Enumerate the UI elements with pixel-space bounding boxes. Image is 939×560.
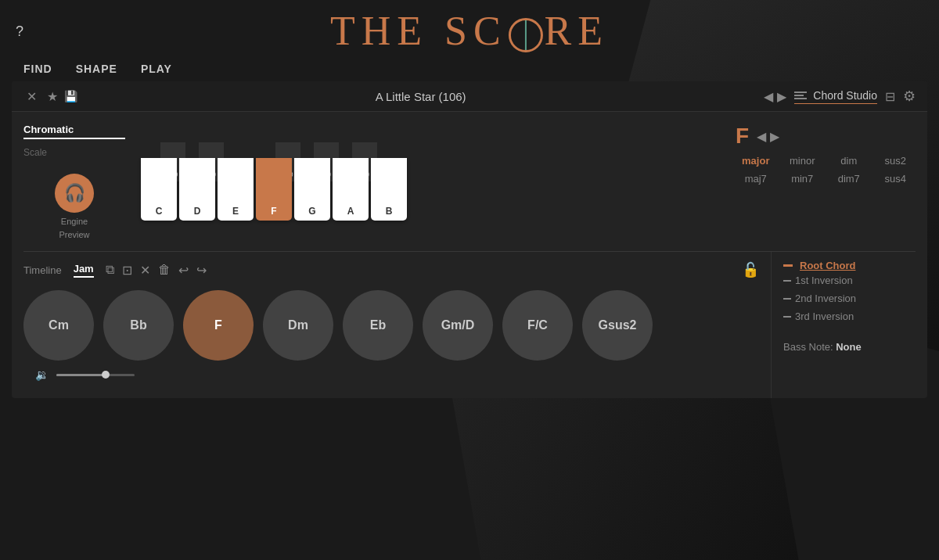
chord-ball-bb[interactable]: Bb [103, 290, 174, 361]
root-prev-button[interactable]: ◀ [757, 129, 766, 144]
timeline-header: Timeline Jam ⧉ ⊡ ✕ 🗑 ↩ ↪ 🔓 [23, 261, 759, 278]
key-d[interactable]: D [179, 158, 215, 221]
chord-type-dim[interactable]: dim [829, 155, 869, 167]
header-icons: ★ 💾 [47, 89, 77, 104]
white-keys: C D E F G A B [141, 158, 407, 221]
layers-button[interactable]: ⊟ [885, 89, 895, 104]
chord-type-major[interactable]: major [736, 155, 776, 167]
bass-note-section: Bass Note: None [783, 341, 916, 353]
inversion-indicator-root [783, 264, 793, 267]
volume-track[interactable] [56, 374, 135, 376]
engine-label: Engine [61, 217, 88, 226]
chord-ball-f-c[interactable]: F/C [502, 290, 573, 361]
chord-ball-gsus2[interactable]: Gsus2 [582, 290, 653, 361]
main-panel: ✕ ★ 💾 A Little Star (106) ◀ ▶ Chord Stud… [12, 81, 927, 398]
panel-body: Chromatic Scale 🎧 Engine Preview Db Eb G… [12, 112, 927, 251]
chromatic-label: Chromatic [23, 124, 125, 139]
chord-studio-icon [794, 92, 807, 99]
copy-button[interactable]: ⧉ [106, 263, 114, 277]
bass-note-label: Bass Note: [783, 341, 833, 353]
chord-types: major minor dim sus2 maj7 min7 dim7 sus4 [736, 155, 916, 185]
volume-icon: 🔉 [35, 368, 49, 381]
bass-note-value: None [836, 341, 862, 353]
third-inversion-button[interactable]: 3rd Inversion [783, 307, 916, 325]
bottom-left: Timeline Jam ⧉ ⊡ ✕ 🗑 ↩ ↪ 🔓 Cm Bb [12, 252, 771, 398]
volume-handle[interactable] [102, 371, 110, 379]
inversion-indicator-1 [783, 280, 791, 282]
chord-ball-f[interactable]: F [183, 290, 254, 361]
close-button[interactable]: ✕ [23, 88, 39, 104]
chord-type-min7[interactable]: min7 [782, 173, 823, 185]
next-song-button[interactable]: ▶ [777, 89, 786, 104]
nav-find[interactable]: FIND [23, 63, 52, 75]
nav-shape[interactable]: SHAPE [76, 63, 117, 75]
chord-type-minor[interactable]: minor [782, 155, 823, 167]
close-timeline-button[interactable]: ✕ [140, 263, 150, 278]
second-inversion-button[interactable]: 2nd Inversion [783, 289, 916, 307]
redo-button[interactable]: ↪ [196, 263, 207, 278]
chord-type-sus4[interactable]: sus4 [876, 173, 916, 185]
favorite-button[interactable]: ★ [47, 89, 58, 104]
left-section: Chromatic Scale 🎧 Engine Preview [23, 124, 125, 239]
title-o-icon [509, 18, 543, 52]
preview-label: Preview [59, 230, 89, 239]
chord-studio-label: Chord Studio [813, 89, 877, 102]
delete-button[interactable]: 🗑 [158, 263, 171, 277]
timeline-actions: ⧉ ⊡ ✕ 🗑 ↩ ↪ [106, 263, 207, 278]
engine-preview: 🎧 Engine Preview [23, 174, 125, 239]
prev-song-button[interactable]: ◀ [764, 89, 773, 104]
root-note-display: F [736, 124, 749, 149]
save-button[interactable]: 💾 [64, 90, 77, 102]
help-button[interactable]: ? [16, 23, 23, 40]
headphone-icon[interactable]: 🎧 [55, 174, 94, 213]
panel-header: ✕ ★ 💾 A Little Star (106) ◀ ▶ Chord Stud… [12, 81, 927, 112]
first-inversion-button[interactable]: 1st Inversion [783, 271, 916, 289]
root-note-arrows: ◀ ▶ [757, 129, 779, 144]
piano-wrapper: Db Eb Gb Ab Bb C D E [141, 142, 423, 221]
chord-balls: Cm Bb F Dm Eb Gm/D F/C Gsus2 [23, 290, 759, 361]
timeline-label: Timeline [23, 264, 62, 276]
key-a[interactable]: A [333, 158, 369, 221]
key-f[interactable]: F [256, 158, 292, 221]
key-g[interactable]: G [294, 158, 330, 221]
nav-bar: FIND SHAPE PLAY [0, 63, 939, 81]
timeline-section: Timeline Jam ⧉ ⊡ ✕ 🗑 ↩ ↪ 🔓 Cm Bb [12, 252, 771, 398]
paste-button[interactable]: ⊡ [122, 263, 132, 278]
volume-fill [56, 374, 103, 376]
settings-button[interactable]: ⚙ [903, 88, 916, 105]
chord-type-dim7[interactable]: dim7 [829, 173, 869, 185]
chord-ball-dm[interactable]: Dm [263, 290, 333, 361]
chord-type-sus2[interactable]: sus2 [876, 155, 916, 167]
root-next-button[interactable]: ▶ [770, 129, 779, 144]
nav-play[interactable]: PLAY [141, 63, 172, 75]
chord-studio-button[interactable]: Chord Studio [794, 89, 877, 104]
inversion-indicator-3 [783, 316, 791, 318]
song-nav-arrows: ◀ ▶ [764, 89, 786, 104]
song-title: A Little Star (106) [85, 90, 756, 103]
volume-bar: 🔉 [23, 361, 759, 389]
jam-label: Jam [74, 263, 94, 278]
inversion-indicator-2 [783, 298, 791, 300]
keyboard-area: Db Eb Gb Ab Bb C D E [141, 124, 704, 239]
chord-ball-cm[interactable]: Cm [23, 290, 94, 361]
lock-button[interactable]: 🔓 [742, 261, 759, 278]
bottom-content: Timeline Jam ⧉ ⊡ ✕ 🗑 ↩ ↪ 🔓 Cm Bb [12, 252, 927, 398]
root-note-row: F ◀ ▶ [736, 124, 916, 149]
key-e[interactable]: E [218, 158, 254, 221]
root-chord-button[interactable]: Root Chord [783, 260, 916, 271]
chord-ball-gm-d[interactable]: Gm/D [423, 290, 493, 361]
chord-selector: F ◀ ▶ major minor dim sus2 maj7 min7 dim… [720, 124, 916, 239]
inversion-section: Root Chord 1st Inversion 2nd Inversion 3… [783, 260, 916, 325]
chord-ball-eb[interactable]: Eb [343, 290, 413, 361]
key-c[interactable]: C [141, 158, 177, 221]
key-b[interactable]: B [371, 158, 407, 221]
inversion-panel: Root Chord 1st Inversion 2nd Inversion 3… [771, 252, 927, 398]
chord-type-maj7[interactable]: maj7 [736, 173, 776, 185]
undo-button[interactable]: ↩ [178, 263, 189, 278]
scale-label: Scale [23, 147, 125, 158]
app-title: THE SCRE [330, 8, 609, 54]
